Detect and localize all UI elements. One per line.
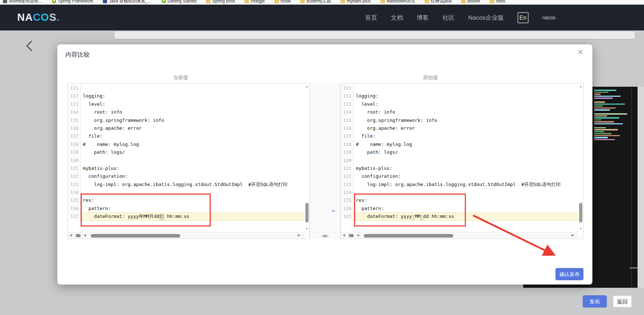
line-text: log-impl: org.apache.ibatis.logging.stdo… [354,181,578,188]
bookmark-item[interactable]: Node [275,0,291,4]
spring-icon [52,0,56,3]
background-form-panel [114,31,635,39]
folder-icon [275,0,279,3]
code-line: 121mybatis-plus: [341,164,578,172]
line-text: logging: [354,92,578,100]
logo-letter: A [25,11,33,23]
publish-button[interactable]: 发布 [583,295,607,307]
scroll-left-icon[interactable]: ◀ [70,233,72,237]
line-text [81,188,305,196]
bookmark-item[interactable]: chatgpt [244,0,264,4]
right-horizontal-scrollbar: ◀ ◀ ▶ [341,232,578,239]
line-number: 111 [68,84,81,92]
nav-item-Nacos企业版[interactable]: Nacos企业版 [468,14,504,22]
line-text: org.springframework: info [81,116,305,124]
bookmark-item[interactable]: redis [490,0,505,4]
scroll-up-icon[interactable]: ▲ [305,85,309,88]
line-number: 118 [341,140,354,148]
dialog-title: 内容比较 [65,51,90,59]
back-arrow-icon[interactable] [24,39,34,52]
username[interactable]: nacos [542,15,555,20]
code-line: 114 root: info [341,108,578,116]
close-icon[interactable]: × [578,47,583,57]
line-text [81,84,305,92]
line-number: 117 [68,132,81,140]
return-button[interactable]: 返回 [613,295,632,307]
nacos-logo[interactable]: NACOS. [17,11,60,23]
bookmark-item[interactable]: Spring Boot [206,0,235,4]
scroll-down-icon[interactable]: ▼ [305,227,309,230]
line-text: configuration: [81,172,305,180]
scroll-left-icon[interactable]: ◀ [84,233,86,237]
scroll-down-icon[interactable]: ▼ [578,227,583,230]
editor-scrollbar-track [631,87,632,288]
code-line: 117 file: [341,132,578,140]
bookmark-item[interactable]: Java 全栈知识体系_… [103,0,152,4]
bookmark-item[interactable]: Getting Started [162,0,197,4]
nav-item-文档[interactable]: 文档 [391,14,403,22]
nav-item-社区[interactable]: 社区 [442,14,454,22]
line-text [354,84,578,92]
char-diff-mark: 日 [159,214,164,220]
scroll-up-icon[interactable]: ▲ [578,85,583,88]
code-line: 111 [341,84,578,92]
logo-letter: . [57,11,60,23]
code-line: 120 [341,157,578,164]
code-line: 112logging: [68,92,305,100]
line-number: 118 [68,140,81,148]
line-number: 121 [341,164,354,172]
folder-icon [300,0,305,3]
nav-item-首页[interactable]: 首页 [365,14,377,22]
nav-item-博客[interactable]: 博客 [416,14,429,22]
confirm-publish-button[interactable]: 确认发布 [555,268,583,280]
scroll-chip[interactable] [349,234,354,237]
bookmark-item[interactable]: mybatis-plus [340,0,371,4]
code-line: 122 configuration: [341,172,578,180]
folder-icon [381,0,385,3]
line-number: 117 [341,132,354,140]
scroll-right-icon[interactable]: ▶ [298,233,300,237]
bookmark-item[interactable]: docker [461,0,480,4]
line-text [354,188,578,196]
scroll-left-icon[interactable]: ◀ [357,233,359,237]
site-icon [3,0,7,3]
line-number: 112 [68,92,81,100]
horizontal-scroll-thumb[interactable] [91,234,180,238]
bookmark-item[interactable]: 狂神说java [425,0,452,4]
bookmark-item[interactable]: Butterfly主题 [300,0,331,4]
bookmark-label: Mume使用说明… [9,0,42,4]
code-line: 112logging: [341,92,578,100]
bookmark-item[interactable]: Markdown语法 [381,0,415,4]
line-text: dateFormat: yyyy年MM月dd日 hh:mm:ss [81,213,305,220]
code-line: 120 [68,157,305,164]
current-value-header: 当前值 [173,75,188,81]
language-toggle[interactable]: En [517,12,529,23]
horizontal-scroll-thumb[interactable] [364,234,453,238]
bookmark-item[interactable]: Mume使用说明… [3,0,42,4]
line-text: res: [354,196,578,204]
code-line: 126 pattern: [341,205,578,213]
scroll-right-icon[interactable]: ▶ [572,233,574,237]
original-value-code-area[interactable]: 111112logging:113 level:114 root: info11… [341,83,578,232]
current-value-code-area[interactable]: 111112logging:113 level:114 root: info11… [68,83,305,232]
logo-letter: N [17,11,25,23]
line-number: 127 [68,213,81,220]
nacos-header: NACOS. 首页文档博客社区Nacos企业版Ennacos [0,5,644,30]
code-lines-decoration [594,90,630,141]
diff-collapse-icon[interactable]: ⇉⇇ [310,232,340,239]
line-number: 125 [341,196,354,204]
bookmark-label: chatgpt [251,0,264,4]
code-line: 123 log-impl: org.apache.ibatis.logging.… [341,181,578,188]
folder-icon [244,0,249,3]
scroll-chip[interactable] [76,234,81,237]
bookmark-item[interactable]: Spring Framework [52,0,93,4]
line-number: 126 [68,205,81,213]
line-number: 115 [341,116,354,124]
vertical-scroll-thumb[interactable] [305,203,309,223]
line-text: logging: [81,92,305,100]
scroll-left-icon[interactable]: ◀ [343,233,345,237]
diff-merge-left-icon[interactable]: ⇐ [331,208,335,214]
line-number: 116 [68,124,81,132]
bookmark-label: docker [467,0,480,4]
vertical-scroll-thumb[interactable] [579,203,582,223]
